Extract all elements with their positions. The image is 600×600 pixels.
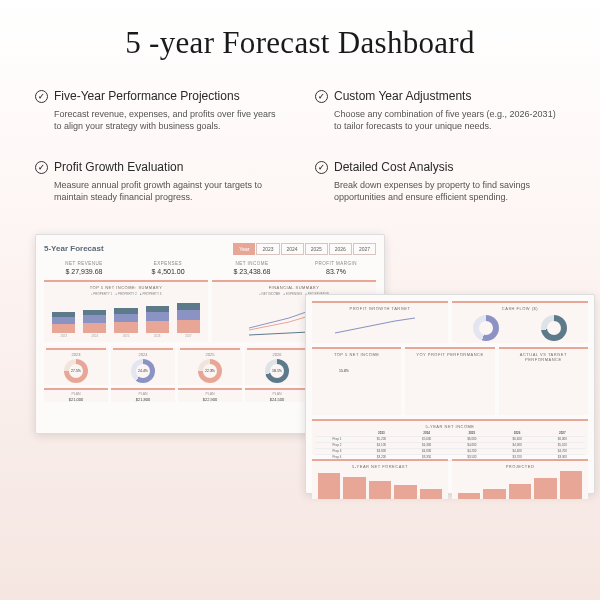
check-icon [35, 90, 48, 103]
feature-title: Detailed Cost Analysis [315, 160, 565, 174]
feature-desc: Measure annual profit growth against you… [35, 179, 285, 203]
feature: Detailed Cost Analysis Break down expens… [315, 160, 565, 203]
kpi: NET INCOME $ 23,438.68 [212, 261, 292, 275]
year-button[interactable]: 2023 [256, 243, 279, 255]
legend: PROPERTY 1 PROPERTY 2 PROPERTY 3 [47, 292, 205, 296]
panel-title: PROJECTED [455, 464, 585, 469]
panel-title: 5-YEAR NET FORECAST [315, 464, 445, 469]
feature-desc: Break down expenses by property to find … [315, 179, 565, 203]
year-button[interactable]: 2027 [353, 243, 376, 255]
screenshot-area: 5-Year Forecast Year 2023 2024 2025 2026… [35, 234, 565, 494]
year-button[interactable]: 2026 [329, 243, 352, 255]
panel-title: 5-YEAR NET INCOME [315, 424, 585, 429]
donut-chart [473, 315, 499, 341]
donut-chart: 15.6% [332, 359, 356, 383]
bar-chart [408, 359, 491, 399]
feature: Custom Year Adjustments Choose any combi… [315, 89, 565, 132]
mini-line-chart [315, 313, 445, 343]
panel-top5: TOP 5 NET INCOME: SUMMARY PROPERTY 1 PRO… [44, 280, 208, 342]
panel-cashflow: CASH FLOW ($) [452, 301, 588, 343]
feature-title-text: Custom Year Adjustments [334, 89, 471, 103]
kpi-value: $ 23,438.68 [212, 268, 292, 275]
legend-item: NET INCOME [259, 292, 280, 296]
shot1-title: 5-Year Forecast [44, 244, 104, 253]
kpi: EXPENSES $ 4,501.00 [128, 261, 208, 275]
feature-desc: Choose any combination of five years (e.… [315, 108, 565, 132]
panel-title: ACTUAL VS TARGET PERFORMANCE [502, 352, 585, 362]
panel-title: FINANCIAL SUMMARY [215, 285, 373, 290]
legend-item: EXPENSES [283, 292, 302, 296]
panel-forecast: 5-YEAR NET FORECAST [312, 459, 448, 499]
kpi: NET REVENUE $ 27,939.68 [44, 261, 124, 275]
feature: Five-Year Performance Projections Foreca… [35, 89, 285, 132]
screenshot-detail: PROFIT GROWTH TARGET CASH FLOW ($) TOP 5… [305, 294, 595, 494]
legend-item: PROPERTY 1 [91, 292, 113, 296]
kpi-label: NET REVENUE [44, 261, 124, 266]
panel-title: YOY PROFIT PERFORMANCE [408, 352, 491, 357]
panel-title: TOP 5 NET INCOME: SUMMARY [47, 285, 205, 290]
check-icon [315, 90, 328, 103]
panel-table: 5-YEAR NET INCOME 2023 2024 2025 2026 20… [312, 419, 588, 455]
panel-title: PROFIT GROWTH TARGET [315, 306, 445, 311]
year-button[interactable]: 2024 [281, 243, 304, 255]
legend-item: PROPERTY 3 [140, 292, 162, 296]
donut-chart: 18.1% [265, 359, 289, 383]
panel-top5-income: TOP 5 NET INCOME [312, 347, 401, 415]
kpi: PROFIT MARGIN 83.7% [296, 261, 376, 275]
kpi-value: $ 27,939.68 [44, 268, 124, 275]
donut-chart: 22.3% [198, 359, 222, 383]
kpi-label: EXPENSES [128, 261, 208, 266]
year-button[interactable]: 2025 [305, 243, 328, 255]
panel-title: CASH FLOW ($) [455, 306, 585, 311]
panel-actual-vs-target: ACTUAL VS TARGET PERFORMANCE [499, 347, 588, 415]
panel-yoy: YOY PROFIT PERFORMANCE [405, 347, 494, 415]
kpi-row: NET REVENUE $ 27,939.68 EXPENSES $ 4,501… [44, 261, 376, 275]
year-button-label[interactable]: Year [233, 243, 255, 255]
kpi-value: $ 4,501.00 [128, 268, 208, 275]
grouped-bar-chart [502, 364, 585, 404]
donut-chart [541, 315, 567, 341]
check-icon [35, 161, 48, 174]
panel-profit-target: PROFIT GROWTH TARGET [312, 301, 448, 343]
data-table: 2023 2024 2025 2026 2027 Prop 1$5,200$5,… [315, 431, 585, 461]
feature-title: Profit Growth Evaluation [35, 160, 285, 174]
page-title: 5 -year Forecast Dashboard [35, 25, 565, 61]
year-buttons: Year 2023 2024 2025 2026 2027 [233, 243, 376, 255]
panel-projected: PROJECTED [452, 459, 588, 499]
bar-chart [315, 471, 445, 499]
feature: Profit Growth Evaluation Measure annual … [35, 160, 285, 203]
check-icon [315, 161, 328, 174]
feature-title-text: Detailed Cost Analysis [334, 160, 453, 174]
feature-title: Five-Year Performance Projections [35, 89, 285, 103]
kpi-label: NET INCOME [212, 261, 292, 266]
bar-chart [315, 359, 398, 399]
feature-title: Custom Year Adjustments [315, 89, 565, 103]
feature-desc: Forecast revenue, expenses, and profits … [35, 108, 285, 132]
feature-grid: Five-Year Performance Projections Foreca… [35, 89, 565, 204]
legend-item: PROPERTY 2 [115, 292, 137, 296]
stacked-bar-chart: 2023 2024 2025 2026 2027 [47, 298, 205, 338]
kpi-value: 83.7% [296, 268, 376, 275]
panel-title: TOP 5 NET INCOME [315, 352, 398, 357]
kpi-label: PROFIT MARGIN [296, 261, 376, 266]
feature-title-text: Profit Growth Evaluation [54, 160, 183, 174]
donut-chart: 27.5% [64, 359, 88, 383]
feature-title-text: Five-Year Performance Projections [54, 89, 240, 103]
bar-chart [455, 471, 585, 499]
donut-chart: 24.4% [131, 359, 155, 383]
